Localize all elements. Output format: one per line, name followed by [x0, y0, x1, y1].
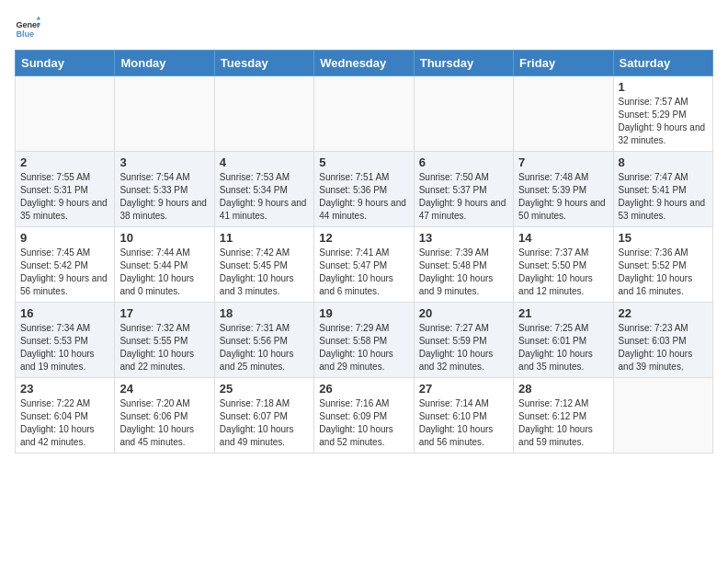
- day-info: Sunrise: 7:41 AM Sunset: 5:47 PM Dayligh…: [319, 247, 408, 298]
- day-number: 27: [419, 382, 508, 396]
- day-number: 2: [20, 155, 109, 169]
- day-number: 16: [20, 306, 109, 320]
- day-cell: 20Sunrise: 7:27 AM Sunset: 5:59 PM Dayli…: [414, 303, 513, 378]
- day-cell: 27Sunrise: 7:14 AM Sunset: 6:10 PM Dayli…: [414, 378, 513, 454]
- day-number: 26: [319, 382, 408, 396]
- day-cell: 9Sunrise: 7:45 AM Sunset: 5:42 PM Daylig…: [16, 227, 115, 303]
- day-cell: 18Sunrise: 7:31 AM Sunset: 5:56 PM Dayli…: [214, 303, 313, 378]
- weekday-header-monday: Monday: [115, 51, 214, 76]
- day-cell: 16Sunrise: 7:34 AM Sunset: 5:53 PM Dayli…: [16, 303, 115, 378]
- day-number: 19: [319, 306, 408, 320]
- day-cell: [16, 76, 115, 152]
- day-cell: 1Sunrise: 7:57 AM Sunset: 5:29 PM Daylig…: [613, 76, 712, 152]
- day-info: Sunrise: 7:32 AM Sunset: 5:55 PM Dayligh…: [119, 322, 209, 373]
- day-number: 11: [220, 231, 309, 245]
- day-cell: 17Sunrise: 7:32 AM Sunset: 5:55 PM Dayli…: [115, 303, 214, 378]
- day-cell: 13Sunrise: 7:39 AM Sunset: 5:48 PM Dayli…: [414, 227, 513, 303]
- calendar-table: SundayMondayTuesdayWednesdayThursdayFrid…: [15, 50, 713, 454]
- weekday-header-tuesday: Tuesday: [214, 51, 313, 76]
- day-number: 18: [220, 306, 309, 320]
- day-info: Sunrise: 7:37 AM Sunset: 5:50 PM Dayligh…: [518, 247, 608, 298]
- svg-text:General: General: [16, 20, 40, 29]
- day-number: 13: [419, 231, 508, 245]
- day-number: 9: [20, 231, 109, 245]
- weekday-header-row: SundayMondayTuesdayWednesdayThursdayFrid…: [16, 51, 713, 76]
- week-row-3: 9Sunrise: 7:45 AM Sunset: 5:42 PM Daylig…: [16, 227, 713, 303]
- day-cell: 14Sunrise: 7:37 AM Sunset: 5:50 PM Dayli…: [514, 227, 613, 303]
- day-cell: 11Sunrise: 7:42 AM Sunset: 5:45 PM Dayli…: [214, 227, 313, 303]
- week-row-2: 2Sunrise: 7:55 AM Sunset: 5:31 PM Daylig…: [16, 152, 713, 227]
- day-cell: [115, 76, 214, 152]
- day-number: 21: [518, 306, 608, 320]
- day-number: 10: [119, 231, 209, 245]
- weekday-header-thursday: Thursday: [414, 51, 513, 76]
- day-info: Sunrise: 7:48 AM Sunset: 5:39 PM Dayligh…: [518, 171, 608, 223]
- day-cell: 7Sunrise: 7:48 AM Sunset: 5:39 PM Daylig…: [514, 152, 613, 227]
- day-cell: 25Sunrise: 7:18 AM Sunset: 6:07 PM Dayli…: [214, 378, 313, 454]
- day-number: 22: [619, 306, 708, 320]
- day-number: 4: [220, 155, 309, 169]
- day-cell: 24Sunrise: 7:20 AM Sunset: 6:06 PM Dayli…: [115, 378, 214, 454]
- day-info: Sunrise: 7:44 AM Sunset: 5:44 PM Dayligh…: [119, 247, 209, 298]
- day-cell: [314, 76, 414, 152]
- day-cell: 3Sunrise: 7:54 AM Sunset: 5:33 PM Daylig…: [115, 152, 214, 227]
- day-cell: 28Sunrise: 7:12 AM Sunset: 6:12 PM Dayli…: [514, 378, 613, 454]
- day-info: Sunrise: 7:42 AM Sunset: 5:45 PM Dayligh…: [220, 247, 309, 298]
- day-cell: [414, 76, 513, 152]
- day-number: 24: [119, 382, 209, 396]
- week-row-1: 1Sunrise: 7:57 AM Sunset: 5:29 PM Daylig…: [16, 76, 713, 152]
- week-row-5: 23Sunrise: 7:22 AM Sunset: 6:04 PM Dayli…: [16, 378, 713, 454]
- day-cell: [214, 76, 313, 152]
- day-info: Sunrise: 7:53 AM Sunset: 5:34 PM Dayligh…: [220, 171, 309, 223]
- day-info: Sunrise: 7:55 AM Sunset: 5:31 PM Dayligh…: [20, 171, 109, 223]
- weekday-header-sunday: Sunday: [16, 51, 115, 76]
- day-info: Sunrise: 7:47 AM Sunset: 5:41 PM Dayligh…: [619, 171, 708, 223]
- day-info: Sunrise: 7:31 AM Sunset: 5:56 PM Dayligh…: [220, 322, 309, 373]
- day-info: Sunrise: 7:36 AM Sunset: 5:52 PM Dayligh…: [619, 247, 708, 298]
- day-cell: [514, 76, 613, 152]
- day-info: Sunrise: 7:39 AM Sunset: 5:48 PM Dayligh…: [419, 247, 508, 298]
- weekday-header-friday: Friday: [514, 51, 613, 76]
- day-number: 1: [619, 80, 708, 94]
- day-number: 20: [419, 306, 508, 320]
- day-cell: 15Sunrise: 7:36 AM Sunset: 5:52 PM Dayli…: [613, 227, 712, 303]
- day-info: Sunrise: 7:18 AM Sunset: 6:07 PM Dayligh…: [220, 397, 309, 449]
- day-cell: 8Sunrise: 7:47 AM Sunset: 5:41 PM Daylig…: [613, 152, 712, 227]
- day-info: Sunrise: 7:27 AM Sunset: 5:59 PM Dayligh…: [419, 322, 508, 373]
- day-cell: 19Sunrise: 7:29 AM Sunset: 5:58 PM Dayli…: [314, 303, 414, 378]
- day-info: Sunrise: 7:12 AM Sunset: 6:12 PM Dayligh…: [518, 397, 608, 449]
- day-info: Sunrise: 7:57 AM Sunset: 5:29 PM Dayligh…: [619, 96, 708, 147]
- day-number: 25: [220, 382, 309, 396]
- logo-icon: General Blue: [15, 15, 40, 40]
- day-info: Sunrise: 7:14 AM Sunset: 6:10 PM Dayligh…: [419, 397, 508, 449]
- logo: General Blue: [15, 15, 40, 40]
- day-cell: 12Sunrise: 7:41 AM Sunset: 5:47 PM Dayli…: [314, 227, 414, 303]
- day-number: 15: [619, 231, 708, 245]
- day-info: Sunrise: 7:22 AM Sunset: 6:04 PM Dayligh…: [20, 397, 109, 449]
- day-cell: 23Sunrise: 7:22 AM Sunset: 6:04 PM Dayli…: [16, 378, 115, 454]
- day-number: 23: [20, 382, 109, 396]
- day-info: Sunrise: 7:51 AM Sunset: 5:36 PM Dayligh…: [319, 171, 408, 223]
- page-header: General Blue: [15, 15, 713, 40]
- day-cell: [613, 378, 712, 454]
- day-cell: 10Sunrise: 7:44 AM Sunset: 5:44 PM Dayli…: [115, 227, 214, 303]
- weekday-header-saturday: Saturday: [613, 51, 712, 76]
- svg-text:Blue: Blue: [16, 29, 34, 39]
- day-number: 17: [119, 306, 209, 320]
- day-number: 12: [319, 231, 408, 245]
- day-cell: 22Sunrise: 7:23 AM Sunset: 6:03 PM Dayli…: [613, 303, 712, 378]
- day-info: Sunrise: 7:25 AM Sunset: 6:01 PM Dayligh…: [518, 322, 608, 373]
- weekday-header-wednesday: Wednesday: [314, 51, 414, 76]
- day-cell: 4Sunrise: 7:53 AM Sunset: 5:34 PM Daylig…: [214, 152, 313, 227]
- day-info: Sunrise: 7:34 AM Sunset: 5:53 PM Dayligh…: [20, 322, 109, 373]
- day-number: 5: [319, 155, 408, 169]
- day-info: Sunrise: 7:54 AM Sunset: 5:33 PM Dayligh…: [119, 171, 209, 223]
- day-info: Sunrise: 7:45 AM Sunset: 5:42 PM Dayligh…: [20, 247, 109, 298]
- day-cell: 26Sunrise: 7:16 AM Sunset: 6:09 PM Dayli…: [314, 378, 414, 454]
- day-number: 28: [518, 382, 608, 396]
- day-cell: 6Sunrise: 7:50 AM Sunset: 5:37 PM Daylig…: [414, 152, 513, 227]
- day-number: 6: [419, 155, 508, 169]
- day-info: Sunrise: 7:29 AM Sunset: 5:58 PM Dayligh…: [319, 322, 408, 373]
- day-cell: 2Sunrise: 7:55 AM Sunset: 5:31 PM Daylig…: [16, 152, 115, 227]
- day-info: Sunrise: 7:20 AM Sunset: 6:06 PM Dayligh…: [119, 397, 209, 449]
